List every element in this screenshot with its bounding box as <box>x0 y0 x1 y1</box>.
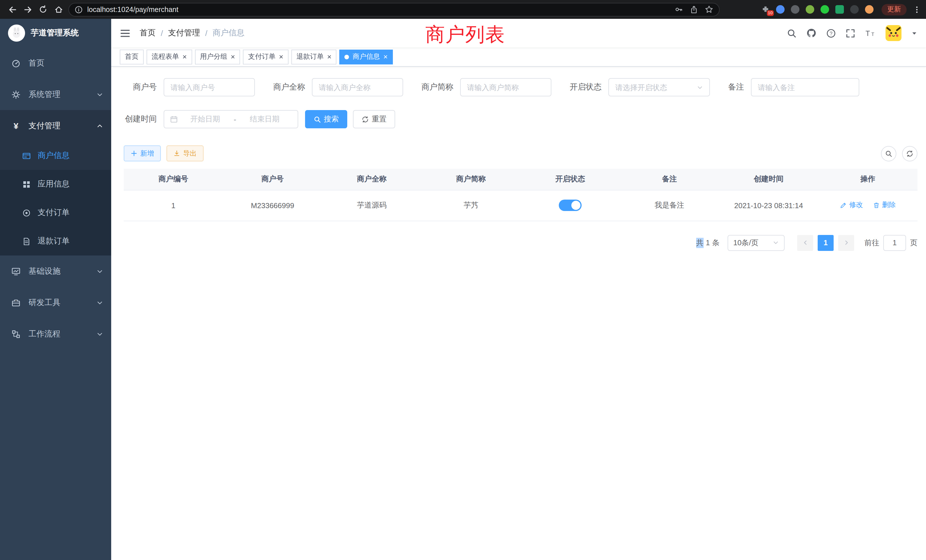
sidebar-item-workflow[interactable]: 工作流程 <box>0 318 111 350</box>
extension-icon-dark[interactable] <box>790 5 800 14</box>
search-icon[interactable] <box>787 28 797 38</box>
reset-button-label: 重置 <box>372 114 387 124</box>
merchant-no-input[interactable] <box>163 78 255 96</box>
status-select-field[interactable] <box>615 83 693 92</box>
password-key-icon[interactable] <box>675 5 683 14</box>
next-page-button[interactable] <box>838 235 854 251</box>
github-icon[interactable] <box>806 28 817 38</box>
extension-icon-blue[interactable] <box>775 5 785 14</box>
status-toggle[interactable] <box>559 200 582 211</box>
chevron-down-icon <box>773 239 779 246</box>
app-title: 芋道管理系统 <box>31 28 79 38</box>
cell-actions: 修改 删除 <box>818 190 917 221</box>
url-bar[interactable]: localhost:1024/pay/merchant <box>68 3 720 16</box>
breadcrumb-home[interactable]: 首页 <box>140 28 156 38</box>
merchant-table: 商户编号 商户号 商户全称 商户简称 开启状态 备注 创建时间 操作 1 <box>124 169 917 221</box>
tab-pay-order[interactable]: 支付订单 × <box>243 49 288 64</box>
page-size-select[interactable]: 10条/页 <box>728 235 785 251</box>
table-toolbar: 新增 导出 <box>124 145 917 161</box>
browser-menu-icon[interactable] <box>912 5 921 14</box>
tab-process-form[interactable]: 流程表单 × <box>147 49 192 64</box>
start-date-placeholder[interactable]: 开始日期 <box>178 114 233 124</box>
remark-input[interactable] <box>751 78 859 96</box>
page-number-1[interactable]: 1 <box>818 235 834 251</box>
extension-icon-green-square[interactable] <box>835 5 844 14</box>
full-name-label: 商户全称 <box>273 82 305 92</box>
sidebar-item-devtools[interactable]: 研发工具 <box>0 287 111 318</box>
sidebar-item-app-info[interactable]: 应用信息 <box>0 170 111 198</box>
close-icon[interactable]: × <box>183 53 187 61</box>
merchant-no-input-field[interactable] <box>171 83 248 92</box>
user-avatar[interactable] <box>885 25 902 41</box>
home-button[interactable] <box>51 2 66 17</box>
export-button[interactable]: 导出 <box>166 145 204 161</box>
tab-user-group[interactable]: 用户分组 × <box>195 49 240 64</box>
bookmark-star-icon[interactable] <box>705 5 713 14</box>
reset-button[interactable]: 重置 <box>353 110 395 128</box>
tab-merchant-info[interactable]: 商户信息 × <box>340 49 393 64</box>
close-icon[interactable]: × <box>327 53 331 61</box>
delete-link[interactable]: 删除 <box>873 200 896 210</box>
hamburger-icon[interactable] <box>120 28 130 38</box>
tab-refund-order[interactable]: 退款订单 × <box>291 49 337 64</box>
sidebar-item-refund-order[interactable]: 退款订单 <box>0 227 111 256</box>
browser-update-button[interactable]: 更新 <box>882 4 906 15</box>
goto-page-input[interactable] <box>883 235 906 251</box>
extension-icon-profile[interactable] <box>805 5 815 14</box>
sidebar-item-pay[interactable]: ¥ 支付管理 <box>0 110 111 141</box>
browser-profile-avatar[interactable] <box>864 5 874 14</box>
search-button[interactable]: 搜索 <box>305 110 347 128</box>
full-name-input-field[interactable] <box>319 83 396 92</box>
date-range-picker[interactable]: 开始日期 - 结束日期 <box>163 110 298 128</box>
edit-pencil-icon <box>840 202 847 209</box>
date-range-separator: - <box>233 115 238 123</box>
reload-button[interactable] <box>35 2 51 17</box>
sidebar-item-pay-order[interactable]: 支付订单 <box>0 198 111 227</box>
svg-text:T: T <box>865 29 870 37</box>
breadcrumb-pay[interactable]: 支付管理 <box>168 28 200 38</box>
col-header-full-name: 商户全称 <box>322 169 421 190</box>
tab-label: 用户分组 <box>200 52 227 62</box>
tab-label: 商户信息 <box>353 52 380 62</box>
prev-page-button[interactable] <box>797 235 813 251</box>
sidebar-item-merchant-info[interactable]: 商户信息 <box>0 141 111 170</box>
svg-text:?: ? <box>830 30 832 36</box>
short-name-input-field[interactable] <box>467 83 545 92</box>
close-icon[interactable]: × <box>383 53 388 61</box>
merchant-no-label: 商户号 <box>124 82 157 92</box>
short-name-input[interactable] <box>460 78 551 96</box>
col-header-create-time: 创建时间 <box>719 169 818 190</box>
edit-link[interactable]: 修改 <box>840 200 863 210</box>
tab-home[interactable]: 首页 <box>120 49 144 64</box>
site-info-icon[interactable] <box>75 5 83 14</box>
close-icon[interactable]: × <box>279 53 283 61</box>
extension-icon-pin[interactable] <box>850 5 859 14</box>
short-name-label: 商户简称 <box>421 82 453 92</box>
edit-link-label: 修改 <box>849 200 863 210</box>
forward-button[interactable] <box>20 2 35 17</box>
extension-icon-green-circle[interactable] <box>820 5 830 14</box>
chevron-down-icon <box>96 299 103 306</box>
add-button-label: 新增 <box>140 148 154 158</box>
plus-icon <box>130 150 138 157</box>
remark-input-field[interactable] <box>758 83 852 92</box>
help-icon[interactable]: ? <box>826 28 836 38</box>
extensions-puzzle-icon[interactable]: 10 <box>761 5 770 14</box>
refresh-table-button[interactable] <box>902 146 917 161</box>
chevron-right-icon <box>843 239 849 246</box>
end-date-placeholder[interactable]: 结束日期 <box>237 114 292 124</box>
add-button[interactable]: 新增 <box>124 145 161 161</box>
status-select[interactable] <box>608 78 710 96</box>
sidebar-item-system[interactable]: 系统管理 <box>0 79 111 110</box>
toggle-search-button[interactable] <box>881 146 896 161</box>
full-name-input[interactable] <box>312 78 403 96</box>
refresh-icon <box>362 115 369 123</box>
close-icon[interactable]: × <box>231 53 235 61</box>
sidebar-item-infra[interactable]: 基础设施 <box>0 256 111 287</box>
back-button[interactable] <box>5 2 20 17</box>
caret-down-icon[interactable] <box>911 30 917 36</box>
fullscreen-icon[interactable] <box>846 28 855 38</box>
share-icon[interactable] <box>690 5 698 14</box>
font-size-icon[interactable]: TT <box>865 28 876 38</box>
sidebar-item-home[interactable]: 首页 <box>0 47 111 79</box>
